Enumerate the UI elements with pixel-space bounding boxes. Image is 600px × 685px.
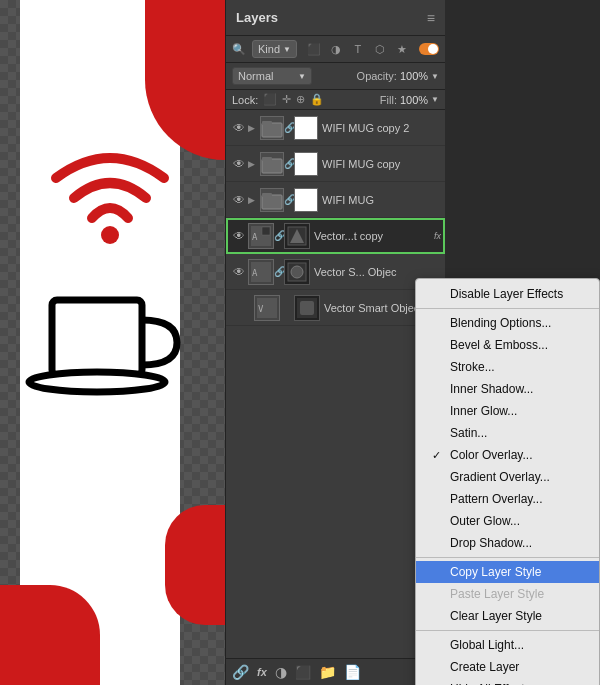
eye-icon[interactable]: 👁 xyxy=(230,119,248,137)
layer-item-vector-copy[interactable]: 👁 A 🔗 Vector...t copy fx xyxy=(226,218,445,254)
layer-thumbnail: V xyxy=(254,295,280,321)
canvas-area xyxy=(0,0,225,685)
svg-text:A: A xyxy=(252,268,258,278)
layer-thumbnail xyxy=(260,188,284,212)
fill-chevron: ▼ xyxy=(431,95,439,104)
lock-position-icon[interactable]: ✛ xyxy=(282,93,291,106)
chain-icon: 🔗 xyxy=(284,158,294,169)
eye-icon[interactable]: 👁 xyxy=(230,191,248,209)
filter-smart-icon[interactable]: ★ xyxy=(393,40,411,58)
expand-icon[interactable]: ▶ xyxy=(248,123,260,133)
chain-icon: 🔗 xyxy=(274,230,284,241)
svg-point-0 xyxy=(101,226,119,244)
svg-rect-3 xyxy=(262,123,282,137)
menu-label-stroke: Stroke... xyxy=(450,360,495,374)
menu-label-inner-glow: Inner Glow... xyxy=(450,404,517,418)
link-layers-icon[interactable]: 🔗 xyxy=(232,664,249,680)
layer-thumbnail xyxy=(260,116,284,140)
layer-item-vector2[interactable]: 👁 A 🔗 Vector S... Objec xyxy=(226,254,445,290)
layer-mask-thumbnail xyxy=(294,152,318,176)
svg-text:A: A xyxy=(252,232,258,242)
menu-separator xyxy=(416,630,599,631)
menu-label-drop-shadow: Drop Shadow... xyxy=(450,536,532,550)
svg-point-2 xyxy=(29,372,165,392)
adjustment-layer-icon[interactable]: ◑ xyxy=(275,664,287,680)
menu-item-copy-style[interactable]: Copy Layer Style xyxy=(416,561,599,583)
menu-label-color-overlay: Color Overlay... xyxy=(450,448,532,462)
panel-footer: 🔗 fx ◑ ⬛ 📁 📄 🗑 xyxy=(226,658,445,685)
new-layer-icon[interactable]: 📄 xyxy=(344,664,361,680)
layer-list: 👁 ▶ 🔗 WIFI MUG copy 2 👁 ▶ 🔗 WIFI MUG cop… xyxy=(226,110,445,658)
layer-mask-thumbnail xyxy=(284,259,310,285)
filter-chevron: ▼ xyxy=(283,45,291,54)
menu-item-global-light[interactable]: Global Light... xyxy=(416,634,599,656)
menu-item-color-overlay[interactable]: ✓Color Overlay... xyxy=(416,444,599,466)
menu-item-stroke[interactable]: Stroke... xyxy=(416,356,599,378)
layer-name: Vector...t copy xyxy=(314,230,432,242)
svg-rect-6 xyxy=(262,157,272,161)
filter-pixel-icon[interactable]: ⬛ xyxy=(305,40,323,58)
opacity-value[interactable]: 100% xyxy=(400,70,428,82)
menu-item-drop-shadow[interactable]: Drop Shadow... xyxy=(416,532,599,554)
menu-label-copy-style: Copy Layer Style xyxy=(450,565,541,579)
lock-pixel-icon[interactable]: ⬛ xyxy=(263,93,277,106)
svg-rect-1 xyxy=(52,300,142,375)
menu-label-clear-style: Clear Layer Style xyxy=(450,609,542,623)
menu-label-global-light: Global Light... xyxy=(450,638,524,652)
panel-menu-icon[interactable]: ≡ xyxy=(427,10,435,26)
eye-icon[interactable]: 👁 xyxy=(230,155,248,173)
chain-icon: 🔗 xyxy=(284,194,294,205)
mask-icon[interactable]: ⬛ xyxy=(295,665,311,680)
expand-icon[interactable]: ▶ xyxy=(248,195,260,205)
menu-label-paste-style: Paste Layer Style xyxy=(450,587,544,601)
blend-mode-chevron: ▼ xyxy=(298,72,306,81)
fill-label: Fill: xyxy=(380,94,397,106)
eye-icon[interactable]: 👁 xyxy=(230,263,248,281)
layer-item[interactable]: 👁 ▶ 🔗 WIFI MUG copy xyxy=(226,146,445,182)
menu-item-gradient-overlay[interactable]: Gradient Overlay... xyxy=(416,466,599,488)
layer-item-vector-smart[interactable]: V Vector Smart Object xyxy=(226,290,445,326)
filter-type-icon[interactable]: T xyxy=(349,40,367,58)
filter-adjust-icon[interactable]: ◑ xyxy=(327,40,345,58)
chain-icon: 🔗 xyxy=(274,266,284,277)
opacity-label: Opacity: xyxy=(357,70,397,82)
eye-icon[interactable]: 👁 xyxy=(230,227,248,245)
menu-item-satin[interactable]: Satin... xyxy=(416,422,599,444)
expand-icon[interactable]: ▶ xyxy=(248,159,260,169)
svg-text:V: V xyxy=(258,304,264,314)
layer-item[interactable]: 👁 ▶ 🔗 WIFI MUG xyxy=(226,182,445,218)
menu-item-create-layer[interactable]: Create Layer xyxy=(416,656,599,678)
menu-item-clear-style[interactable]: Clear Layer Style xyxy=(416,605,599,627)
filter-shape-icon[interactable]: ⬡ xyxy=(371,40,389,58)
menu-item-blending[interactable]: Blending Options... xyxy=(416,312,599,334)
layer-mask-thumbnail xyxy=(294,116,318,140)
menu-label-blending: Blending Options... xyxy=(450,316,551,330)
blend-mode-dropdown[interactable]: Normal ▼ xyxy=(232,67,312,85)
filter-toggle[interactable] xyxy=(419,43,439,55)
menu-item-inner-shadow[interactable]: Inner Shadow... xyxy=(416,378,599,400)
fill-value[interactable]: 100% xyxy=(400,94,428,106)
menu-label-bevel: Bevel & Emboss... xyxy=(450,338,548,352)
new-group-icon[interactable]: 📁 xyxy=(319,664,336,680)
menu-item-disable[interactable]: Disable Layer Effects xyxy=(416,283,599,305)
menu-label-disable: Disable Layer Effects xyxy=(450,287,563,301)
lock-all-icon[interactable]: 🔒 xyxy=(310,93,324,106)
lock-artboard-icon[interactable]: ⊕ xyxy=(296,93,305,106)
menu-item-outer-glow[interactable]: Outer Glow... xyxy=(416,510,599,532)
menu-separator xyxy=(416,557,599,558)
fx-badge: fx xyxy=(434,231,441,241)
filter-dropdown[interactable]: Kind ▼ xyxy=(252,40,297,58)
menu-item-bevel[interactable]: Bevel & Emboss... xyxy=(416,334,599,356)
layer-thumbnail xyxy=(260,152,284,176)
layer-item[interactable]: 👁 ▶ 🔗 WIFI MUG copy 2 xyxy=(226,110,445,146)
fx-icon[interactable]: fx xyxy=(257,666,267,678)
menu-label-satin: Satin... xyxy=(450,426,487,440)
menu-item-hide-all[interactable]: Hide All Effects xyxy=(416,678,599,685)
layer-name: Vector S... Objec xyxy=(314,266,441,278)
menu-label-gradient-overlay: Gradient Overlay... xyxy=(450,470,550,484)
menu-label-create-layer: Create Layer xyxy=(450,660,519,674)
layer-name: WIFI MUG xyxy=(322,194,441,206)
menu-item-pattern-overlay[interactable]: Pattern Overlay... xyxy=(416,488,599,510)
layers-panel: Layers ≡ 🔍 Kind ▼ ⬛ ◑ T ⬡ ★ Normal ▼ Opa… xyxy=(225,0,445,685)
menu-item-inner-glow[interactable]: Inner Glow... xyxy=(416,400,599,422)
